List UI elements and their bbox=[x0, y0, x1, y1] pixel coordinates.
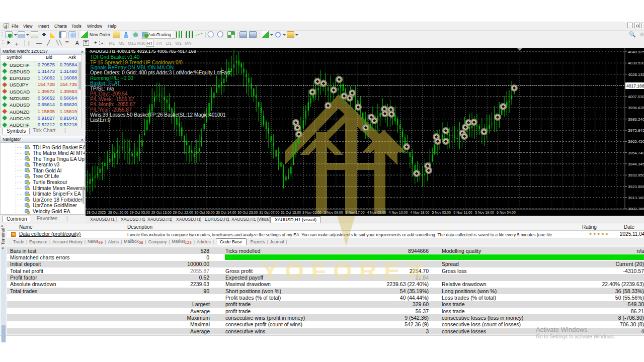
svg-text:P/L Month: -2055.87: P/L Month: -2055.87 bbox=[90, 102, 136, 107]
svg-text:3 Nov 17:00: 3 Nov 17:00 bbox=[346, 211, 365, 214]
svg-text:P/L Day: -209.54: P/L Day: -209.54 bbox=[90, 91, 128, 97]
svg-text:3996.635: 3996.635 bbox=[628, 106, 644, 110]
svg-text:3933.950: 3933.950 bbox=[628, 173, 644, 177]
svg-text:3913.160: 3913.160 bbox=[628, 196, 644, 200]
svg-text:29 Oct 22:00: 29 Oct 22:00 bbox=[173, 211, 193, 214]
svg-text:TF:15 Spread:19 Trend:UP Co: TF:15 Spread:19 Trend:UP Cooldown:0/0 bbox=[90, 60, 183, 65]
svg-text:TP/SL: n/a: TP/SL: n/a bbox=[90, 86, 114, 92]
svg-text:5 Nov 11:00: 5 Nov 11:00 bbox=[453, 211, 472, 214]
svg-text:29 Oct 13:00: 29 Oct 13:00 bbox=[151, 211, 172, 214]
svg-text:3 Nov 01:00: 3 Nov 01:00 bbox=[302, 211, 321, 214]
svg-text:31 Oct 07:00: 31 Oct 07:00 bbox=[259, 211, 279, 214]
svg-text:5 Nov 03:00: 5 Nov 03:00 bbox=[432, 211, 451, 214]
svg-text:30 Oct 06:00: 30 Oct 06:00 bbox=[195, 211, 215, 214]
svg-text:Open Orders: 0 Grid: 400 pts: Open Orders: 0 Grid: 400 pts Adds:3 LotM… bbox=[90, 70, 231, 75]
svg-text:6 Nov 04:00: 6 Nov 04:00 bbox=[497, 211, 516, 214]
svg-text:4048.925: 4048.925 bbox=[628, 50, 644, 54]
svg-text:XAUUSD,H1 4008.145 4019.175 4: XAUUSD,H1 4008.145 4019.175 4006.765 401… bbox=[90, 49, 196, 54]
svg-text:Signals ReEntry:ON MBL:ON M: Signals ReEntry:ON MBL:ON MA:ON bbox=[90, 65, 174, 70]
svg-text:3923.555: 3923.555 bbox=[628, 185, 644, 189]
svg-text:Wins:39 Losses:50 BasketTP:2: Wins:39 Losses:50 BasketTP:26 BasketSL:1… bbox=[90, 112, 226, 118]
svg-text:30 Oct 14:00: 30 Oct 14:00 bbox=[216, 211, 236, 214]
svg-text:P/L Year: -2055.87: P/L Year: -2055.87 bbox=[90, 107, 132, 113]
svg-text:TDI Grid Basket v1.40: TDI Grid Basket v1.40 bbox=[90, 54, 140, 60]
svg-text:3965.450: 3965.450 bbox=[628, 139, 644, 144]
svg-text:3954.740: 3954.740 bbox=[628, 151, 644, 155]
svg-text:30 Oct 23:00: 30 Oct 23:00 bbox=[237, 211, 258, 214]
svg-text:28 Oct 20:00: 28 Oct 20:00 bbox=[108, 211, 128, 214]
svg-text:29 Oct 05:00: 29 Oct 05:00 bbox=[130, 211, 150, 214]
svg-text:P/L Week: -1506.57: P/L Week: -1506.57 bbox=[90, 97, 134, 102]
svg-text:Basket: FLAT: Basket: FLAT bbox=[90, 80, 120, 86]
svg-text:3902.765: 3902.765 bbox=[628, 207, 644, 211]
svg-text:4028.135: 4028.135 bbox=[628, 72, 644, 77]
svg-text:4 Nov 02:00: 4 Nov 02:00 bbox=[367, 211, 386, 214]
svg-text:LastErr:0: LastErr:0 bbox=[90, 117, 111, 123]
svg-text:4 Nov 10:00: 4 Nov 10:00 bbox=[389, 211, 408, 214]
svg-text:4 Nov 18:00: 4 Nov 18:00 bbox=[411, 211, 430, 214]
svg-text:5 Nov 19:00: 5 Nov 19:00 bbox=[475, 211, 494, 214]
svg-text:3975.845: 3975.845 bbox=[628, 128, 644, 133]
svg-text:28 Oct 2025: 28 Oct 2025 bbox=[87, 211, 106, 214]
svg-text:4017.168: 4017.168 bbox=[626, 83, 644, 88]
svg-text:4038.530: 4038.530 bbox=[628, 61, 644, 65]
svg-text:3 Nov 09:00: 3 Nov 09:00 bbox=[324, 211, 343, 214]
svg-text:31 Oct 15:00: 31 Oct 15:00 bbox=[281, 211, 301, 214]
svg-text:3986.240: 3986.240 bbox=[628, 117, 644, 122]
svg-text:Running P/L: +0.00: Running P/L: +0.00 bbox=[90, 75, 133, 81]
svg-text:4007.030: 4007.030 bbox=[628, 95, 644, 99]
svg-text:3944.345: 3944.345 bbox=[628, 162, 644, 166]
